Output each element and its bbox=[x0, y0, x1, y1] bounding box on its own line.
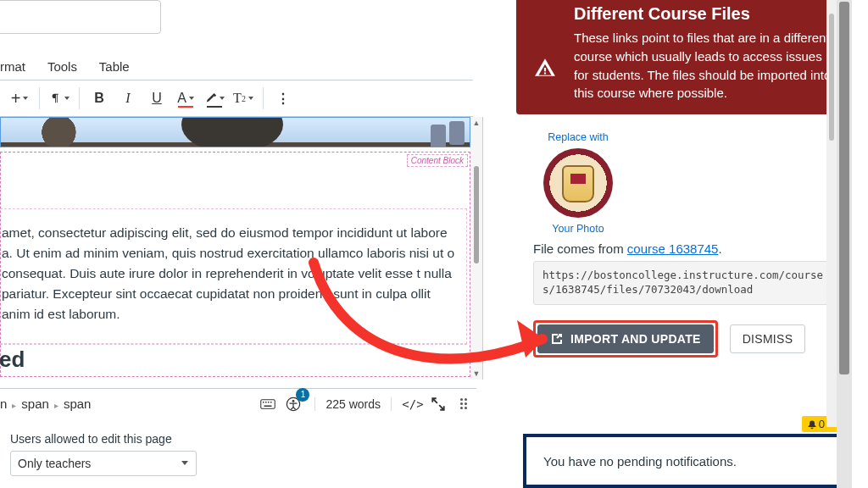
svg-point-7 bbox=[292, 399, 295, 402]
fullscreen-icon[interactable] bbox=[426, 391, 451, 417]
editor-scrollbar[interactable]: ▲ ▼ bbox=[470, 117, 482, 380]
file-url[interactable]: https://bostoncollege.instructure.com/co… bbox=[533, 261, 835, 305]
course-link[interactable]: course 1638745 bbox=[627, 241, 719, 256]
lorem-text[interactable]: amet, consectetur adipiscing elit, sed d… bbox=[2, 223, 456, 324]
text-color-button[interactable]: A bbox=[171, 84, 200, 113]
breadcrumb[interactable]: n▸span▸span bbox=[0, 396, 91, 411]
svg-rect-4 bbox=[270, 402, 272, 403]
dismiss-button[interactable]: DISMISS bbox=[730, 324, 806, 353]
content-block[interactable]: Content Block amet, consectetur adipisci… bbox=[0, 152, 470, 377]
a11y-icon[interactable]: 1 bbox=[281, 391, 306, 417]
permissions-select[interactable]: Only teachers bbox=[10, 451, 197, 476]
editor-toolbar: + B I U A T2 ⋮ bbox=[0, 80, 473, 117]
html-view-icon[interactable]: </> bbox=[400, 391, 426, 417]
superscript-button[interactable]: T2 bbox=[229, 84, 258, 113]
svg-rect-5 bbox=[264, 405, 272, 407]
warning-title: Different Course Files bbox=[574, 3, 837, 24]
permissions-label: Users allowed to edit this page bbox=[10, 432, 172, 446]
svg-rect-3 bbox=[268, 402, 270, 403]
font-size-button[interactable]: + bbox=[5, 84, 34, 113]
import-icon bbox=[550, 332, 564, 346]
menu-table[interactable]: Table bbox=[99, 59, 130, 74]
svg-rect-2 bbox=[265, 402, 267, 403]
paragraph-style-button[interactable] bbox=[45, 84, 74, 113]
hero-image[interactable] bbox=[0, 117, 470, 147]
highlight-button[interactable] bbox=[200, 84, 229, 113]
editor-menu: rmat Tools Table bbox=[0, 59, 148, 74]
warning-body: These links point to files that are in a… bbox=[574, 29, 837, 103]
scroll-down-icon[interactable]: ▼ bbox=[472, 369, 481, 378]
menu-format[interactable]: rmat bbox=[0, 59, 25, 74]
toolbar-more-button[interactable]: ⋮ bbox=[269, 84, 298, 113]
import-highlight: IMPORT AND UPDATE bbox=[533, 320, 718, 358]
panel-scrollbar[interactable] bbox=[826, 0, 837, 427]
notification-panel: You have no pending notifications. bbox=[523, 434, 845, 488]
window-scrollbar[interactable] bbox=[837, 0, 852, 488]
svg-rect-1 bbox=[263, 402, 264, 403]
heading-fragment[interactable]: ed bbox=[0, 344, 467, 376]
replace-caption: Your Photo bbox=[543, 223, 613, 235]
drag-handle-icon[interactable] bbox=[451, 391, 476, 417]
menu-tools[interactable]: Tools bbox=[47, 59, 77, 74]
scroll-thumb[interactable] bbox=[474, 166, 479, 263]
a11y-badge: 1 bbox=[296, 388, 309, 402]
editor-status-bar: n▸span▸span 1 225 words </> bbox=[0, 388, 476, 419]
file-source-line: File comes from course 1638745. bbox=[533, 241, 835, 256]
editor-pane: rmat Tools Table + B I U A T2 ⋮ bbox=[0, 0, 492, 488]
import-update-button[interactable]: IMPORT AND UPDATE bbox=[537, 324, 714, 353]
warning-icon bbox=[534, 57, 556, 79]
keyboard-icon[interactable] bbox=[255, 391, 281, 417]
page-title-input[interactable] bbox=[0, 0, 161, 34]
bold-button[interactable]: B bbox=[85, 84, 114, 113]
italic-button[interactable]: I bbox=[114, 84, 142, 113]
notification-message: You have no pending notifications. bbox=[543, 454, 737, 469]
svg-rect-0 bbox=[261, 399, 275, 408]
scroll-up-icon[interactable]: ▲ bbox=[472, 119, 481, 127]
replace-card: Replace with Your Photo bbox=[533, 126, 623, 240]
warning-card: Different Course Files These links point… bbox=[516, 0, 852, 114]
bell-icon bbox=[807, 419, 817, 430]
seal-image bbox=[543, 148, 613, 218]
issue-panel: Different Course Files These links point… bbox=[516, 0, 852, 488]
replace-label: Replace with bbox=[543, 131, 613, 143]
content-block-label: Content Block bbox=[407, 154, 468, 167]
editor-canvas[interactable]: Content Block amet, consectetur adipisci… bbox=[0, 117, 470, 380]
word-count[interactable]: 225 words bbox=[314, 397, 392, 411]
underline-button[interactable]: U bbox=[142, 84, 171, 113]
